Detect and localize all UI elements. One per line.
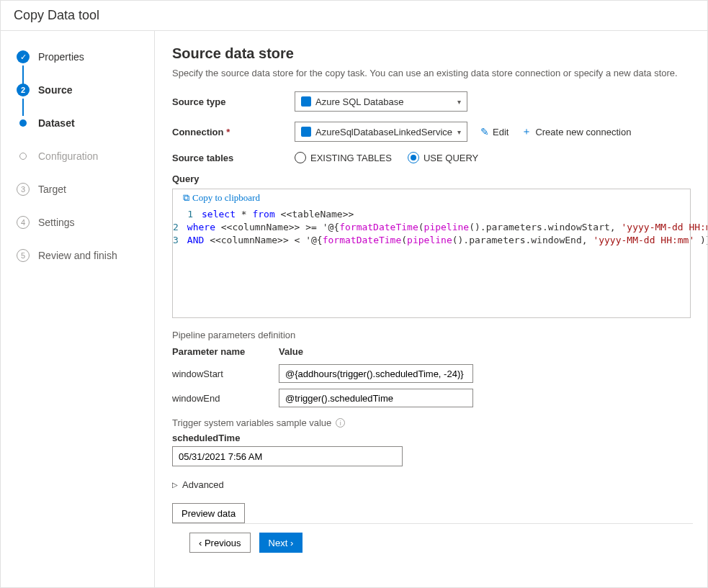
code-content: 1select * from <<tableName>> 2where <<co… bbox=[173, 208, 690, 247]
connection-row: Connection * AzureSqlDatabaseLinkedServi… bbox=[172, 122, 693, 142]
radio-icon bbox=[408, 152, 419, 163]
pipeline-params-heading: Pipeline parameters definition bbox=[172, 330, 693, 340]
window-title: Copy Data tool bbox=[1, 1, 707, 31]
preview-data-button[interactable]: Preview data bbox=[172, 503, 245, 523]
step-label: Target bbox=[38, 184, 66, 195]
radio-existing-tables[interactable]: EXISTING TABLES bbox=[295, 152, 392, 163]
link-label: Create new connection bbox=[535, 127, 631, 137]
param-name-header: Parameter name bbox=[172, 346, 279, 357]
copy-icon: ⧉ bbox=[183, 192, 189, 204]
substep-dataset[interactable]: Dataset bbox=[17, 113, 154, 133]
caret-right-icon: ▷ bbox=[172, 481, 178, 489]
previous-button[interactable]: Previous bbox=[189, 533, 251, 553]
step-number-icon: 2 bbox=[17, 83, 30, 96]
database-icon bbox=[301, 96, 311, 107]
step-review[interactable]: 5 Review and finish bbox=[17, 245, 154, 266]
radio-icon bbox=[295, 152, 306, 163]
tok: * bbox=[236, 209, 252, 220]
substep-label: Dataset bbox=[38, 117, 75, 129]
tok: <<columnName>> >= '@{ bbox=[215, 222, 339, 232]
code-line: 2where <<columnName>> >= '@{formatDateTi… bbox=[173, 221, 690, 234]
tok: <<columnName>> < '@{ bbox=[204, 235, 322, 245]
kw: select bbox=[202, 209, 236, 220]
edit-connection-button[interactable]: ✎ Edit bbox=[480, 126, 508, 137]
step-source[interactable]: 2 Source bbox=[17, 80, 154, 100]
page-heading: Source data store bbox=[172, 45, 693, 62]
query-label: Query bbox=[172, 173, 693, 184]
fn: formatDateTime bbox=[339, 222, 418, 232]
param-value-input[interactable] bbox=[279, 389, 473, 407]
step-number-icon: 3 bbox=[17, 183, 30, 196]
param-name: windowStart bbox=[172, 368, 279, 379]
substep-configuration[interactable]: Configuration bbox=[17, 146, 154, 166]
query-editor[interactable]: ⧉ Copy to clipboard 1select * from <<tab… bbox=[172, 189, 691, 318]
radio-label: USE QUERY bbox=[424, 153, 478, 163]
body: ✓ Properties 2 Source Dataset Configurat… bbox=[1, 31, 707, 587]
check-icon: ✓ bbox=[17, 50, 30, 63]
dropdown-value: Azure SQL Database bbox=[315, 96, 457, 107]
chevron-down-icon: ▾ bbox=[457, 128, 461, 136]
step-label: Properties bbox=[38, 51, 84, 63]
tok: )}' bbox=[694, 235, 707, 245]
param-header-row: Parameter name Value bbox=[172, 346, 693, 357]
source-tables-radiogroup: EXISTING TABLES USE QUERY bbox=[295, 152, 478, 163]
step-settings[interactable]: 4 Settings bbox=[17, 212, 154, 232]
line-number: 2 bbox=[173, 221, 187, 234]
fn: pipeline bbox=[424, 222, 470, 232]
substep-label: Configuration bbox=[38, 150, 98, 162]
wizard-footer: Previous Next bbox=[172, 523, 693, 561]
source-type-label: Source type bbox=[172, 96, 295, 107]
scheduled-time-input[interactable] bbox=[172, 446, 403, 466]
database-icon bbox=[301, 127, 311, 137]
advanced-toggle[interactable]: ▷ Advanced bbox=[172, 479, 693, 490]
step-number-icon: 4 bbox=[17, 216, 30, 229]
required-mark: * bbox=[226, 127, 230, 137]
connection-label: Connection * bbox=[172, 127, 295, 137]
radio-use-query[interactable]: USE QUERY bbox=[408, 152, 478, 163]
tok: ( bbox=[418, 222, 424, 232]
param-value-header: Value bbox=[279, 346, 303, 357]
dot-icon bbox=[19, 119, 27, 127]
connection-dropdown[interactable]: AzureSqlDatabaseLinkedService ▾ bbox=[295, 122, 467, 142]
next-button[interactable]: Next bbox=[259, 533, 303, 553]
page-description: Specify the source data store for the co… bbox=[172, 68, 693, 78]
source-tables-row: Source tables EXISTING TABLES USE QUERY bbox=[172, 152, 693, 163]
dropdown-value: AzureSqlDatabaseLinkedService bbox=[315, 127, 457, 137]
fn: pipeline bbox=[407, 235, 452, 245]
create-connection-button[interactable]: ＋ Create new connection bbox=[521, 125, 631, 138]
kw: from bbox=[252, 209, 274, 220]
tok: <<tableName>> bbox=[275, 209, 354, 220]
param-value-input[interactable] bbox=[279, 364, 473, 383]
source-tables-label: Source tables bbox=[172, 153, 295, 163]
tok: ().parameters.windowEnd, bbox=[452, 235, 593, 245]
radio-label: EXISTING TABLES bbox=[310, 153, 392, 163]
chevron-down-icon: ▾ bbox=[457, 98, 461, 106]
fn: formatDateTime bbox=[323, 235, 402, 245]
info-icon[interactable]: i bbox=[336, 418, 345, 428]
param-row-windowstart: windowStart bbox=[172, 364, 693, 383]
code-line: 3AND <<columnName>> < '@{formatDateTime(… bbox=[173, 234, 690, 247]
source-type-dropdown[interactable]: Azure SQL Database ▾ bbox=[295, 91, 467, 112]
copy-label: Copy to clipboard bbox=[192, 192, 260, 204]
advanced-label: Advanced bbox=[182, 479, 224, 490]
label-text: Connection bbox=[172, 127, 224, 137]
label-text: Trigger system variables sample value bbox=[172, 417, 331, 428]
kw: AND bbox=[187, 235, 204, 245]
str: 'yyyy-MM-dd HH:mm' bbox=[622, 222, 707, 232]
str: 'yyyy-MM-dd HH:mm' bbox=[593, 235, 694, 245]
line-number: 3 bbox=[173, 234, 187, 247]
code-line: 1select * from <<tableName>> bbox=[173, 208, 690, 221]
line-number: 1 bbox=[173, 208, 202, 221]
tok: ().parameters.windowStart, bbox=[469, 222, 621, 232]
plus-icon: ＋ bbox=[521, 125, 532, 138]
source-type-row: Source type Azure SQL Database ▾ bbox=[172, 91, 693, 112]
step-target[interactable]: 3 Target bbox=[17, 179, 154, 199]
step-properties[interactable]: ✓ Properties bbox=[17, 47, 154, 67]
copy-to-clipboard-button[interactable]: ⧉ Copy to clipboard bbox=[183, 192, 260, 204]
step-label: Settings bbox=[38, 217, 75, 228]
pencil-icon: ✎ bbox=[480, 126, 489, 137]
step-number-icon: 5 bbox=[17, 249, 30, 262]
link-label: Edit bbox=[493, 127, 508, 137]
kw: where bbox=[187, 222, 215, 232]
param-name: windowEnd bbox=[172, 393, 279, 404]
